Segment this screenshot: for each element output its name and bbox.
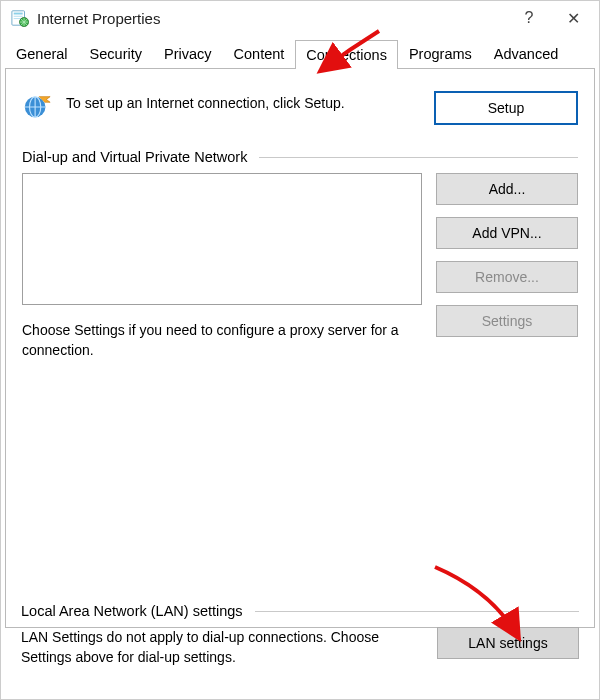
lan-section: Local Area Network (LAN) settings LAN Se…: [21, 599, 579, 668]
internet-options-icon: [11, 9, 29, 27]
dialup-group-heading: Dial-up and Virtual Private Network: [22, 149, 578, 165]
close-button[interactable]: ✕: [551, 3, 595, 33]
setup-button[interactable]: Setup: [434, 91, 578, 125]
connection-settings-button: Settings: [436, 305, 578, 337]
dialup-button-column: Add... Add VPN... Remove...: [436, 173, 578, 305]
tab-panel-connections: To set up an Internet connection, click …: [5, 68, 595, 628]
divider: [259, 157, 578, 158]
svg-rect-2: [14, 16, 23, 17]
window-title: Internet Properties: [37, 10, 507, 27]
dialup-heading-label: Dial-up and Virtual Private Network: [22, 149, 247, 165]
connection-wizard-icon: [22, 91, 52, 121]
titlebar: Internet Properties ? ✕: [1, 1, 599, 35]
help-button[interactable]: ?: [507, 3, 551, 33]
tab-connections[interactable]: Connections: [295, 40, 398, 69]
setup-text: To set up an Internet connection, click …: [66, 91, 420, 113]
tab-content[interactable]: Content: [223, 39, 296, 68]
tab-strip: General Security Privacy Content Connect…: [5, 39, 595, 68]
lan-description: LAN Settings do not apply to dial-up con…: [21, 627, 423, 668]
lan-row: LAN Settings do not apply to dial-up con…: [21, 627, 579, 668]
tab-programs[interactable]: Programs: [398, 39, 483, 68]
tab-security[interactable]: Security: [79, 39, 153, 68]
divider: [255, 611, 579, 612]
setup-row: To set up an Internet connection, click …: [22, 91, 578, 125]
lan-heading-label: Local Area Network (LAN) settings: [21, 603, 243, 619]
lan-group-heading: Local Area Network (LAN) settings: [21, 603, 579, 619]
internet-properties-dialog: Internet Properties ? ✕ General Security…: [0, 0, 600, 700]
dialup-row: Add... Add VPN... Remove...: [22, 173, 578, 305]
dialup-connections-listbox[interactable]: [22, 173, 422, 305]
tab-privacy[interactable]: Privacy: [153, 39, 223, 68]
tab-general[interactable]: General: [5, 39, 79, 68]
tab-container: General Security Privacy Content Connect…: [5, 39, 595, 628]
svg-rect-1: [14, 13, 23, 15]
add-vpn-button[interactable]: Add VPN...: [436, 217, 578, 249]
dialup-caption-row: Choose Settings if you need to configure…: [22, 305, 578, 360]
remove-connection-button: Remove...: [436, 261, 578, 293]
tab-advanced[interactable]: Advanced: [483, 39, 570, 68]
add-connection-button[interactable]: Add...: [436, 173, 578, 205]
lan-settings-button[interactable]: LAN settings: [437, 627, 579, 659]
dialup-caption: Choose Settings if you need to configure…: [22, 321, 422, 360]
